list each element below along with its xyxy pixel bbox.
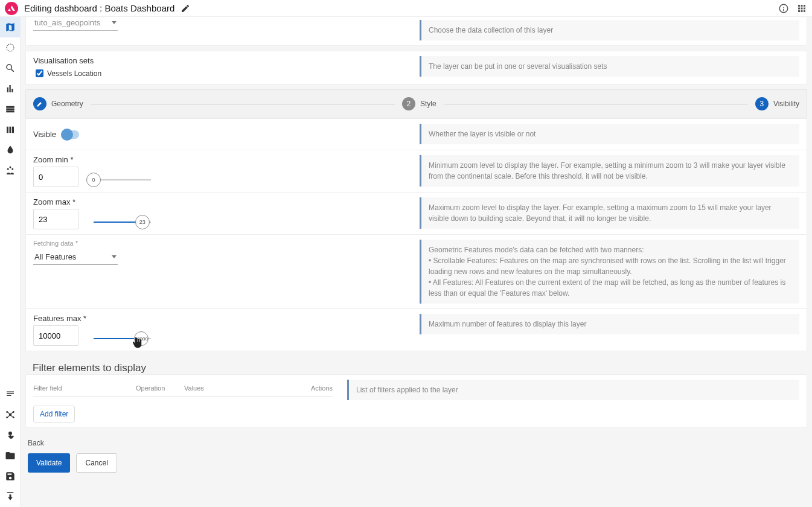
- sidebar-item-timeline[interactable]: [0, 37, 21, 58]
- sidebar-item-columns[interactable]: [0, 120, 21, 140]
- sidebar: [0, 17, 21, 507]
- validate-button[interactable]: Validate: [28, 453, 70, 473]
- topbar: Editing dashboard : Boats Dashboard: [0, 0, 812, 17]
- features-max-input[interactable]: [33, 325, 78, 346]
- filters-col-actions: Actions: [296, 384, 333, 392]
- main-content: tuto_ais_geopoints Choose the data colle…: [21, 17, 812, 507]
- sidebar-item-table[interactable]: [0, 99, 21, 120]
- sidebar-item-drop[interactable]: [0, 140, 21, 161]
- collection-dropdown[interactable]: tuto_ais_geopoints: [33, 17, 118, 31]
- zoom-max-label: Zoom max *: [33, 197, 405, 206]
- step-style-label: Style: [420, 100, 436, 108]
- back-link[interactable]: Back: [25, 433, 46, 453]
- filters-title: Filter elements to display: [25, 356, 807, 374]
- filters-col-values: Values: [184, 384, 296, 392]
- step-divider: [444, 104, 748, 104]
- collection-value: tuto_ais_geopoints: [34, 18, 100, 27]
- zoom-max-thumb[interactable]: 23: [135, 215, 150, 229]
- fetching-value: All Features: [34, 252, 76, 261]
- vis-sets-label: Visualisation sets: [33, 56, 405, 65]
- sidebar-item-graph[interactable]: [0, 404, 21, 425]
- zoom-min-input[interactable]: [33, 167, 78, 187]
- app-logo: [5, 2, 18, 15]
- zoom-min-label: Zoom min *: [33, 155, 405, 164]
- step-geometry-label: Geometry: [51, 100, 83, 108]
- step-style-number: 2: [402, 97, 415, 110]
- caret-down-icon: [112, 21, 117, 24]
- svg-point-3: [12, 411, 14, 413]
- features-max-slider[interactable]: 10000: [94, 335, 151, 336]
- sidebar-item-map[interactable]: [0, 17, 21, 37]
- page-title: Editing dashboard : Boats Dashboard: [24, 3, 174, 13]
- stepper: Geometry 2 Style 3 Visibility: [25, 89, 807, 118]
- sidebar-item-save[interactable]: [0, 466, 21, 486]
- step-visibility-number: 3: [755, 97, 769, 110]
- visible-label: Visible: [33, 130, 56, 139]
- sidebar-item-library[interactable]: [0, 384, 21, 404]
- features-max-desc: Maximum number of features to display th…: [420, 314, 799, 334]
- zoom-min-thumb[interactable]: 0: [86, 173, 101, 187]
- sidebar-item-analytics[interactable]: [0, 78, 21, 99]
- step-visibility-label: Visibility: [773, 100, 799, 108]
- zoom-max-desc: Maximum zoom level to display the layer.…: [420, 197, 799, 229]
- zoom-min-desc: Minimum zoom level to display the layer.…: [420, 155, 799, 187]
- step-visibility[interactable]: 3 Visibility: [755, 97, 799, 110]
- svg-point-5: [12, 416, 14, 418]
- filters-col-field: Filter field: [33, 384, 136, 392]
- sidebar-item-download[interactable]: [0, 486, 21, 507]
- zoom-min-slider[interactable]: 0: [94, 176, 151, 177]
- caret-down-icon: [112, 255, 117, 258]
- step-geometry[interactable]: Geometry: [33, 97, 83, 110]
- vis-set-checkbox[interactable]: [36, 69, 43, 77]
- sidebar-item-admin[interactable]: [0, 425, 21, 445]
- vis-sets-desc: The layer can be put in one or several v…: [420, 56, 799, 77]
- svg-point-2: [6, 411, 8, 413]
- filters-table-head: Filter field Operation Values Actions: [33, 380, 333, 397]
- svg-point-0: [7, 44, 14, 51]
- features-max-thumb[interactable]: 10000: [134, 331, 149, 346]
- sidebar-item-swarm[interactable]: [0, 161, 21, 181]
- collection-desc: Choose the data collection of this layer: [420, 20, 799, 40]
- fetching-label: Fetching data *: [33, 240, 405, 247]
- vis-set-name: Vessels Location: [47, 69, 101, 78]
- zoom-max-slider[interactable]: 23: [94, 218, 151, 220]
- sidebar-item-folder[interactable]: [0, 445, 21, 466]
- filters-col-operation: Operation: [136, 384, 184, 392]
- info-icon[interactable]: [778, 3, 789, 14]
- fetching-desc: Geometric Features mode's data can be fe…: [420, 240, 799, 304]
- visible-desc: Whether the layer is visible or not: [420, 124, 799, 144]
- step-style[interactable]: 2 Style: [402, 97, 436, 110]
- fetching-dropdown[interactable]: All Features: [33, 249, 118, 265]
- svg-point-4: [6, 416, 8, 418]
- filters-desc: List of filters applied to the layer: [347, 380, 799, 400]
- visible-toggle[interactable]: [61, 130, 79, 139]
- apps-icon[interactable]: [796, 3, 807, 14]
- features-max-label: Features max *: [33, 314, 405, 323]
- vis-set-checkbox-row[interactable]: Vessels Location: [33, 68, 405, 79]
- step-divider: [91, 104, 395, 104]
- cancel-button[interactable]: Cancel: [76, 453, 117, 473]
- add-filter-button[interactable]: Add filter: [33, 406, 75, 422]
- edit-icon[interactable]: [181, 4, 190, 13]
- sidebar-item-search[interactable]: [0, 58, 21, 78]
- zoom-max-input[interactable]: [33, 209, 78, 229]
